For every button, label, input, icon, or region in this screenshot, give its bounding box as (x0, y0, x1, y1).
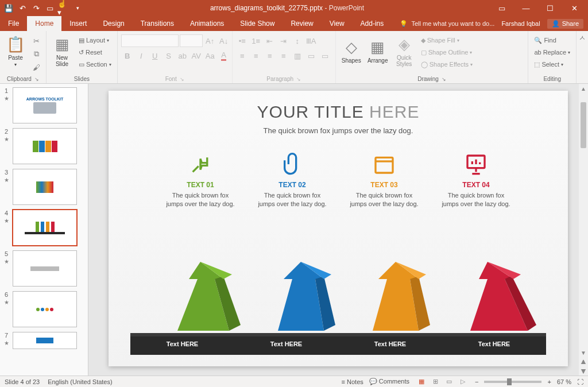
thumbnail-2[interactable]: 2★ (2, 128, 86, 164)
thumbnail-1[interactable]: 1★ARROWS TOOLKIT (2, 87, 86, 123)
text-direction-icon[interactable]: ⅢA (305, 34, 318, 47)
quick-styles-button[interactable]: ◈Quick Styles (392, 32, 416, 70)
slide-canvas-area[interactable]: YOUR TITLE HERE The quick brown fox jump… (88, 84, 588, 376)
spacing-icon[interactable]: AV (190, 49, 203, 62)
align-center-icon[interactable]: ≡ (250, 49, 262, 62)
cut-icon[interactable]: ✂ (30, 34, 42, 47)
collapse-ribbon-icon[interactable]: ㅅ (577, 31, 588, 83)
arrows-graphic[interactable]: Text HERE Text HERE Text HERE Text HERE (109, 263, 568, 361)
zoom-handle[interactable] (507, 378, 512, 385)
launcher-icon[interactable]: ↘ (296, 76, 301, 82)
tab-home[interactable]: Home (27, 16, 61, 31)
tab-view[interactable]: View (322, 16, 353, 31)
save-icon[interactable]: 💾 (2, 2, 15, 14)
column-4[interactable]: TEXT 04 The quick brown fox jumps over t… (442, 151, 510, 209)
font-size-combo[interactable] (180, 34, 203, 47)
select-button[interactable]: ⬚Select▾ (532, 59, 572, 70)
underline-icon[interactable]: U (149, 49, 161, 62)
minimize-icon[interactable]: — (514, 0, 537, 16)
bullets-icon[interactable]: •≡ (236, 34, 249, 47)
sorter-view-icon[interactable]: ⊞ (429, 377, 442, 386)
zoom-level[interactable]: 67 % (557, 378, 571, 385)
strikethrough-icon[interactable]: S (163, 49, 175, 62)
slide-thumbnails[interactable]: 1★ARROWS TOOLKIT 2★ 3★ 4★ 5★ 6★ 7★ (0, 84, 88, 376)
line-spacing-icon[interactable]: ↕ (291, 34, 304, 47)
thumbnail-4[interactable]: 4★ (2, 210, 86, 246)
numbering-icon[interactable]: 1≡ (250, 34, 262, 47)
align-right-icon[interactable]: ≡ (264, 49, 276, 62)
language[interactable]: English (United States) (48, 378, 113, 385)
tab-slideshow[interactable]: Slide Show (232, 16, 283, 31)
share-button[interactable]: 👤 Share (547, 19, 583, 29)
fit-window-icon[interactable]: ⛶ (577, 378, 583, 385)
maximize-icon[interactable]: ☐ (539, 0, 562, 16)
case-icon[interactable]: Aa (204, 49, 216, 62)
increase-font-icon[interactable]: A↑ (204, 34, 216, 47)
touch-mode-icon[interactable]: ☝▾ (57, 2, 70, 14)
slide-title[interactable]: YOUR TITLE HERE (109, 91, 568, 122)
thumbnail-6[interactable]: 6★ (2, 291, 86, 327)
qat-customize-icon[interactable]: ▾ (71, 2, 84, 14)
zoom-out-icon[interactable]: − (475, 378, 478, 385)
zoom-in-icon[interactable]: + (547, 378, 551, 385)
font-family-combo[interactable] (121, 34, 179, 47)
zoom-slider[interactable] (484, 381, 541, 383)
vertical-scrollbar[interactable]: ▲ ▼ ⯅ ⯆ (579, 84, 588, 376)
arrange-button[interactable]: ▦Arrange (366, 32, 390, 70)
smartart-icon[interactable]: ▭ (319, 49, 331, 62)
find-button[interactable]: 🔍Find (532, 34, 572, 46)
tell-me-search[interactable]: 💡 Tell me what you want to do... (400, 20, 494, 28)
align-text-icon[interactable]: ▭ (305, 49, 318, 62)
tab-animations[interactable]: Animations (182, 16, 232, 31)
platform-bar[interactable]: Text HERE Text HERE Text HERE Text HERE (130, 333, 546, 355)
justify-icon[interactable]: ≡ (277, 49, 290, 62)
comments-button[interactable]: 💬 Comments (369, 378, 409, 385)
increase-indent-icon[interactable]: ⇥ (277, 34, 290, 47)
reset-button[interactable]: ↺Reset (76, 47, 114, 58)
close-icon[interactable]: ✕ (563, 0, 586, 16)
tab-addins[interactable]: Add-ins (353, 16, 392, 31)
next-slide-icon[interactable]: ⯆ (579, 366, 588, 376)
shape-effects-button[interactable]: ◯Shape Effects▾ (419, 59, 475, 70)
replace-button[interactable]: abReplace▾ (532, 47, 572, 58)
decrease-indent-icon[interactable]: ⇤ (264, 34, 276, 47)
paste-button[interactable]: 📋Paste▾ (3, 32, 28, 70)
scroll-up-icon[interactable]: ▲ (579, 84, 588, 93)
tab-review[interactable]: Review (283, 16, 321, 31)
scroll-down-icon[interactable]: ▼ (579, 348, 588, 357)
slide-counter[interactable]: Slide 4 of 23 (5, 378, 40, 385)
new-slide-button[interactable]: ▦New Slide (50, 32, 74, 70)
undo-icon[interactable]: ↶ (16, 2, 29, 14)
thumbnail-5[interactable]: 5★ (2, 250, 86, 287)
shadow-icon[interactable]: ab (176, 49, 189, 62)
user-name[interactable]: Farshad Iqbal (501, 20, 540, 27)
decrease-font-icon[interactable]: A↓ (218, 34, 230, 47)
notes-button[interactable]: ≡ Notes (342, 378, 363, 385)
slide-canvas[interactable]: YOUR TITLE HERE The quick brown fox jump… (109, 91, 568, 366)
font-color-icon[interactable]: A (218, 49, 230, 62)
shape-fill-button[interactable]: ◆Shape Fill▾ (419, 34, 475, 46)
tab-insert[interactable]: Insert (61, 16, 95, 31)
column-3[interactable]: TEXT 03 The quick brown fox jumps over t… (350, 151, 419, 209)
reading-view-icon[interactable]: ▭ (443, 377, 455, 386)
tab-design[interactable]: Design (95, 16, 132, 31)
column-1[interactable]: TEXT 01 The quick brown fox jumps over t… (166, 151, 235, 209)
column-2[interactable]: TEXT 02 The quick brown fox jumps over t… (258, 151, 327, 209)
tab-file[interactable]: File (0, 16, 27, 31)
launcher-icon[interactable]: ↘ (34, 76, 39, 82)
shapes-button[interactable]: ◇Shapes (339, 32, 363, 70)
shape-outline-button[interactable]: ▢Shape Outline▾ (419, 47, 475, 58)
tab-transitions[interactable]: Transitions (133, 16, 182, 31)
bold-icon[interactable]: B (121, 49, 134, 62)
launcher-icon[interactable]: ↘ (180, 76, 184, 82)
launcher-icon[interactable]: ↘ (442, 76, 446, 82)
normal-view-icon[interactable]: ▦ (415, 377, 428, 386)
copy-icon[interactable]: ⧉ (30, 48, 42, 60)
slideshow-view-icon[interactable]: ▷ (457, 377, 469, 386)
prev-slide-icon[interactable]: ⯅ (579, 357, 588, 366)
section-button[interactable]: ▭Section▾ (76, 59, 114, 70)
ribbon-display-icon[interactable]: ▭ (490, 0, 513, 16)
italic-icon[interactable]: I (135, 49, 148, 62)
layout-button[interactable]: ▤Layout▾ (76, 34, 114, 46)
scroll-thumb[interactable] (581, 102, 586, 148)
